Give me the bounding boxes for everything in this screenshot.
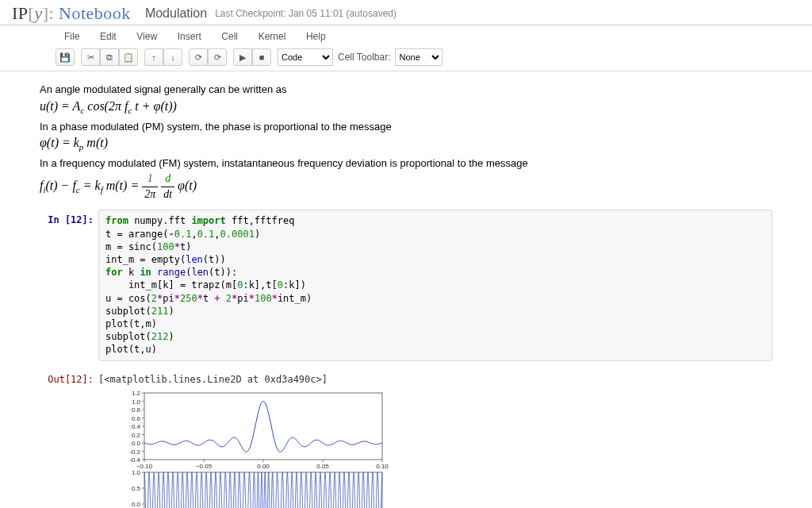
markdown-cell[interactable]: An angle modulated signal generally can …	[40, 83, 772, 202]
output-text: [<matplotlib.lines.Line2D at 0xd3a490c>]	[98, 369, 772, 385]
svg-text:0.0: 0.0	[132, 440, 141, 447]
svg-rect-0	[144, 393, 382, 460]
svg-text:0.2: 0.2	[132, 431, 141, 438]
toolbar: 💾 ✂ ⧉ 📋 ↑ ↓ ⟳ ⟳ ▶ ■ Code Cell Toolbar: N…	[0, 46, 812, 71]
menu-cell[interactable]: Cell	[213, 28, 247, 45]
move-down-icon[interactable]: ↓	[163, 48, 182, 66]
in-prompt: In [12]:	[40, 210, 98, 360]
svg-text:−0.05: −0.05	[196, 463, 213, 470]
md-line: In a frequency modulated (FM) system, in…	[40, 156, 772, 171]
svg-text:1.0: 1.0	[132, 398, 141, 405]
svg-text:1.2: 1.2	[132, 390, 141, 397]
svg-text:0.4: 0.4	[132, 423, 141, 430]
menu-kernel[interactable]: Kernel	[250, 28, 295, 45]
svg-text:0.5: 0.5	[132, 485, 141, 492]
paste-icon[interactable]: 📋	[119, 48, 138, 66]
md-line: In a phase modulated (PM) system, the ph…	[40, 120, 772, 134]
code-cell[interactable]: In [12]: from numpy.fft import fft,fftfr…	[40, 210, 772, 360]
menu-insert[interactable]: Insert	[169, 28, 210, 45]
logo: IP[y]: Notebook	[12, 3, 131, 24]
plot-output: -0.4-0.20.00.20.40.60.81.01.2−0.10−0.050…	[114, 390, 772, 508]
menu-help[interactable]: Help	[297, 28, 335, 45]
svg-text:0.6: 0.6	[132, 414, 141, 421]
menu-edit[interactable]: Edit	[91, 28, 125, 45]
code-input[interactable]: from numpy.fft import fft,fftfreq t = ar…	[98, 210, 772, 360]
equation-3: fi(t) − fc = kf m(t) = 12π ddt φ(t)	[40, 171, 772, 202]
cut-icon[interactable]: ✂	[81, 48, 100, 66]
menu-file[interactable]: File	[56, 28, 88, 45]
run-prev-icon[interactable]: ⟳	[189, 48, 208, 66]
svg-text:0.00: 0.00	[257, 463, 270, 470]
copy-icon[interactable]: ⧉	[100, 48, 119, 66]
notebook-title[interactable]: Modulation	[145, 6, 207, 21]
md-line: An angle modulated signal generally can …	[40, 83, 772, 97]
svg-text:0.05: 0.05	[316, 463, 329, 470]
run-next-icon[interactable]: ⟳	[208, 48, 227, 66]
celltoolbar-select[interactable]: None	[395, 48, 442, 66]
svg-text:0.8: 0.8	[132, 406, 141, 414]
stop-icon[interactable]: ■	[252, 48, 271, 66]
svg-text:1.0: 1.0	[132, 469, 141, 476]
menu-view[interactable]: View	[128, 28, 166, 45]
svg-text:0.10: 0.10	[376, 463, 389, 470]
save-icon[interactable]: 💾	[56, 48, 75, 66]
svg-text:0.0: 0.0	[132, 501, 141, 508]
svg-text:-0.2: -0.2	[129, 448, 140, 455]
celltoolbar-label: Cell Toolbar:	[338, 52, 390, 63]
checkpoint-text: Last Checkpoint: Jan 05 11:01 (autosaved…	[215, 8, 396, 19]
output-cell: Out[12]: [<matplotlib.lines.Line2D at 0x…	[40, 369, 772, 385]
run-icon[interactable]: ▶	[233, 48, 252, 66]
menu-bar: File Edit View Insert Cell Kernel Help	[0, 25, 812, 46]
celltype-select[interactable]: Code	[278, 48, 333, 66]
equation-1: u(t) = Ac cos(2π fc t + φ(t))	[40, 98, 772, 117]
out-prompt: Out[12]:	[40, 369, 98, 385]
equation-2: φ(t) = kp m(t)	[40, 134, 772, 153]
svg-rect-29	[144, 472, 382, 508]
move-up-icon[interactable]: ↑	[144, 48, 163, 66]
